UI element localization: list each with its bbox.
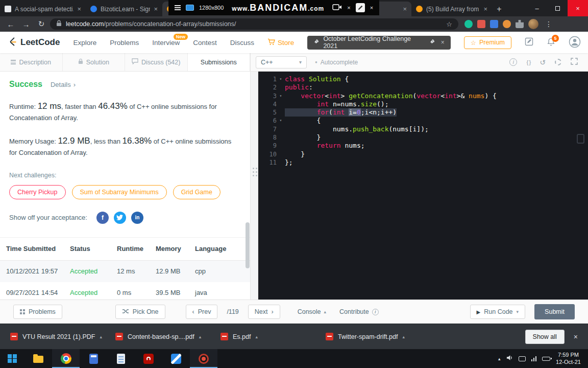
leetcode-logo[interactable]: LeetCode <box>7 36 60 50</box>
challenge-pill[interactable]: Sum of Subarray Minimums <box>72 185 167 199</box>
download-menu-caret[interactable]: ▴ <box>402 334 405 339</box>
nav-discuss[interactable]: Discuss <box>230 39 254 47</box>
browser-tab-2[interactable]: BizoticLearn - Sign In × <box>86 2 162 16</box>
document-app-icon[interactable] <box>107 349 135 368</box>
playground-icon[interactable] <box>525 37 533 48</box>
next-button[interactable]: Next › <box>248 305 280 319</box>
browser-profile-avatar[interactable] <box>528 19 538 29</box>
download-item[interactable]: Es.pdf▴ <box>220 333 316 340</box>
linkedin-icon[interactable]: in <box>131 212 143 224</box>
acrobat-icon[interactable] <box>135 349 162 368</box>
close-icon[interactable]: × <box>370 5 373 11</box>
code-editor[interactable]: 1▾class Solution {2public:3▾ vector<int>… <box>258 72 588 300</box>
prev-button[interactable]: ‹ Prev <box>186 305 218 319</box>
hamburger-icon[interactable] <box>175 5 181 10</box>
submit-button[interactable]: Submit <box>534 304 575 319</box>
address-bar[interactable]: leetcode.com/problems/concatenation-of-a… <box>50 18 458 30</box>
nav-interview[interactable]: Interview New <box>152 39 180 47</box>
autocomplete-toggle[interactable]: ● Autocomplete <box>315 59 358 66</box>
download-item[interactable]: Twitter-spam-drift.pdf▴ <box>326 333 422 340</box>
pencil-icon[interactable] <box>356 3 365 12</box>
fullscreen-icon[interactable] <box>571 58 578 66</box>
challenge-pill[interactable]: Cherry Pickup <box>9 185 66 199</box>
notifications-bell[interactable]: 5 <box>547 37 555 48</box>
show-all-downloads-button[interactable]: Show all <box>525 330 565 344</box>
start-button[interactable] <box>0 349 24 368</box>
format-braces-icon[interactable]: { } <box>526 59 530 65</box>
challenge-banner[interactable]: October LeetCoding Challenge 2021 × <box>307 36 450 50</box>
code-line[interactable]: 11}; <box>258 158 588 167</box>
code-line[interactable]: 5 for(int i=0;i<n;i++) <box>258 108 588 117</box>
tab-close-icon[interactable]: × <box>77 6 81 12</box>
fold-arrow-icon[interactable]: ▾ <box>277 92 285 100</box>
tab-discuss[interactable]: Discuss (542) <box>125 53 188 71</box>
network-icon[interactable] <box>519 356 526 361</box>
details-link[interactable]: Details › <box>51 81 76 88</box>
tab-description[interactable]: Description <box>0 53 63 71</box>
extension-orange-icon[interactable] <box>503 20 511 28</box>
submission-row[interactable]: 09/27/2021 14:54Accepted0 ms39.5 MBjava <box>0 282 250 300</box>
pick-one-button[interactable]: Pick One <box>115 305 165 319</box>
forward-button[interactable]: → <box>19 20 33 29</box>
panel-resize-divider[interactable] <box>250 72 258 300</box>
code-line[interactable]: 1▾class Solution { <box>258 75 588 83</box>
download-item[interactable]: VTU Result 2021 (1).PDF▴ <box>10 333 106 340</box>
nav-problems[interactable]: Problems <box>110 39 139 47</box>
vscode-icon[interactable] <box>162 349 190 368</box>
console-toggle[interactable]: Console ▴ <box>298 308 326 315</box>
contribute-link[interactable]: Contribute i <box>339 308 379 315</box>
browser-menu-icon[interactable]: ⋮ <box>543 20 554 28</box>
extensions-puzzle-icon[interactable] <box>516 20 524 28</box>
tab-close-icon[interactable]: × <box>154 6 158 12</box>
tab-close-icon[interactable]: × <box>483 6 487 12</box>
extension-blue-icon[interactable] <box>490 20 498 28</box>
volume-icon[interactable] <box>506 355 513 362</box>
back-button[interactable]: ← <box>4 20 17 29</box>
extension-red-icon[interactable] <box>477 20 485 28</box>
download-menu-caret[interactable]: ▴ <box>199 334 202 339</box>
banner-close-icon[interactable]: × <box>441 39 445 46</box>
code-line[interactable]: 4 int n=nums.size(); <box>258 100 588 108</box>
problems-button[interactable]: Problems <box>13 305 62 319</box>
code-line[interactable]: 8 } <box>258 133 588 142</box>
browser-tab-1[interactable]: A social-spam detecti... × <box>0 2 86 16</box>
code-line[interactable]: 6▾ { <box>258 117 588 125</box>
settings-gear-icon[interactable] <box>555 59 561 65</box>
reload-button[interactable]: ↻ <box>35 19 48 29</box>
tray-expand-icon[interactable]: ▴ <box>498 356 501 361</box>
fold-arrow-icon[interactable]: ▾ <box>277 117 285 125</box>
challenge-pill[interactable]: Grid Game <box>173 185 220 199</box>
premium-button[interactable]: ☆ Premium <box>464 36 511 49</box>
chrome-icon[interactable] <box>52 349 80 368</box>
browser-tab-4[interactable]: (5) Build Array from P... × <box>411 2 492 16</box>
nav-explore[interactable]: Explore <box>73 39 96 47</box>
facebook-icon[interactable]: f <box>96 212 109 224</box>
tab-close-icon[interactable]: × <box>403 6 407 12</box>
calculator-icon[interactable] <box>80 349 107 368</box>
code-line[interactable]: 9 return nums; <box>258 142 588 150</box>
nav-contest[interactable]: Contest <box>193 39 217 47</box>
close-window-button[interactable]: × <box>568 0 588 16</box>
copy-code-icon[interactable] <box>577 134 584 144</box>
extension-green-icon[interactable] <box>464 20 473 28</box>
code-line[interactable]: 10 } <box>258 150 588 158</box>
nav-store[interactable]: Store <box>267 38 294 47</box>
download-item[interactable]: Content-based-sp....pdf▴ <box>115 333 211 340</box>
download-menu-caret[interactable]: ▴ <box>100 334 102 339</box>
panel-scrollbar-thumb[interactable] <box>246 222 250 268</box>
minimize-button[interactable]: – <box>527 0 547 16</box>
fold-arrow-icon[interactable]: ▾ <box>277 75 285 83</box>
run-code-button[interactable]: ▶ Run Code ▾ <box>470 305 526 319</box>
language-select[interactable]: C++ ▾ <box>256 56 307 68</box>
twitter-icon[interactable] <box>114 212 126 224</box>
camera-icon[interactable] <box>332 3 342 12</box>
code-line[interactable]: 2public: <box>258 83 588 91</box>
maximize-button[interactable] <box>547 0 568 16</box>
code-line[interactable]: 7 nums.push_back(nums[i]); <box>258 125 588 133</box>
download-menu-caret[interactable]: ▴ <box>255 334 258 339</box>
close-downloads-icon[interactable]: × <box>574 333 578 341</box>
user-avatar[interactable] <box>569 36 581 50</box>
taskbar-clock[interactable]: 7:59 PM 12-Oct-21 <box>556 352 581 365</box>
submission-cell[interactable]: Accepted <box>70 289 117 296</box>
signal-icon[interactable] <box>531 356 537 361</box>
